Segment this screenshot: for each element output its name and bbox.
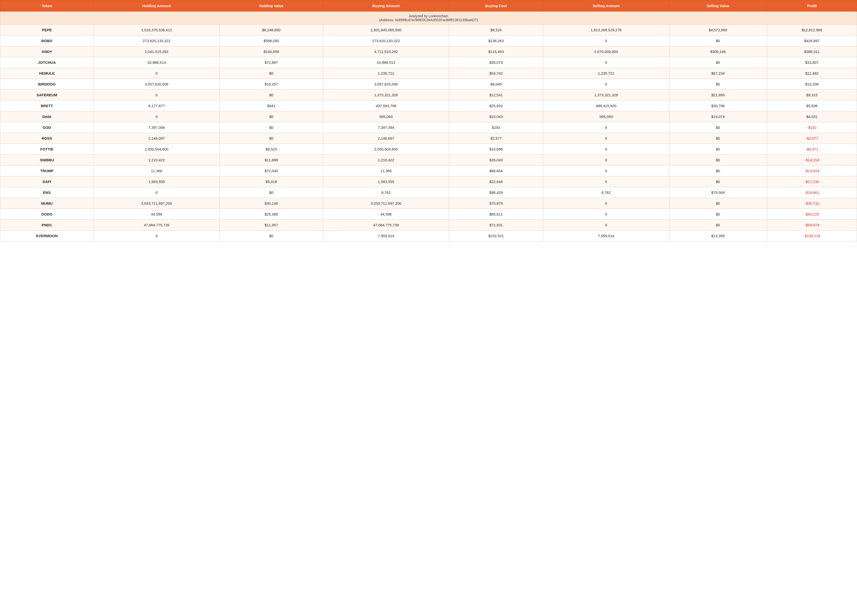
cell-token: HEMULE xyxy=(0,68,94,79)
cell-buying-amount: 273,620,133,322 xyxy=(323,36,449,46)
cell-buying-amount: 1,235,721 xyxy=(323,68,449,79)
cell-selling-amount: 0 xyxy=(543,166,669,176)
table-row: JOTCHUA 10,988,513 $72,887 10,988,513 $3… xyxy=(0,57,857,68)
cell-token: BRETT xyxy=(0,101,94,111)
cell-buying-amount: 3,033,711,697,200 xyxy=(323,198,449,209)
cell-buying-cost: $138,263 xyxy=(449,36,543,46)
cell-selling-value: $30,796 xyxy=(669,101,767,111)
cell-selling-amount: 0 xyxy=(543,79,669,90)
col-token: Token xyxy=(0,0,94,12)
col-selling-value: Selling Value xyxy=(669,0,767,12)
cell-buying-amount: 4,711,519,292 xyxy=(323,46,449,57)
cell-holding-amount: 8,177,877 xyxy=(94,101,220,111)
cell-holding-amount: 3,057,620,006 xyxy=(94,79,220,90)
cell-selling-amount: 0 xyxy=(543,133,669,144)
cell-holding-amount: 3,033,711,697,200 xyxy=(94,198,220,209)
cell-selling-amount: 1,235,721 xyxy=(543,68,669,79)
table-row: TRUMP 11,366 $72,040 11,366 $86,664 0 $0… xyxy=(0,166,857,176)
cell-buying-amount: 47,084,775,739 xyxy=(323,220,449,231)
table-row: BIRDDOG 3,057,620,006 $18,257 3,057,620,… xyxy=(0,79,857,90)
cell-holding-value: $0 xyxy=(220,133,323,144)
cell-buying-amount: 11,366 xyxy=(323,166,449,176)
cell-token: BIRDDOG xyxy=(0,79,94,90)
cell-profit: $12,492 xyxy=(767,68,857,79)
cell-holding-value: $0 xyxy=(220,231,323,241)
cell-selling-value: $0 xyxy=(669,144,767,155)
main-table: Token Holding Amount Holding Value Buyin… xyxy=(0,0,857,241)
cell-selling-amount: 995,093 xyxy=(543,111,669,122)
cell-buying-cost: $71,931 xyxy=(449,220,543,231)
table-row: FOTTIE 2,050,504,600 $8,525 2,050,504,60… xyxy=(0,144,857,155)
cell-holding-amount: 1,018,376,536,412 xyxy=(94,25,220,36)
cell-selling-value: $0 xyxy=(669,220,767,231)
cell-selling-amount: 0 xyxy=(543,36,669,46)
cell-buying-amount: 1,373,321,328 xyxy=(323,90,449,101)
cell-buying-amount: 2,050,504,600 xyxy=(323,144,449,155)
cell-buying-cost: $65,611 xyxy=(449,209,543,220)
cell-holding-value: $641 xyxy=(220,101,323,111)
cell-token: MUMU xyxy=(0,198,94,209)
table-row: ANDY 2,041,519,292 $194,658 4,711,519,29… xyxy=(0,46,857,57)
cell-buying-cost: $98,429 xyxy=(449,187,543,198)
cell-selling-amount: 0 xyxy=(543,144,669,155)
cell-buying-cost: $15,043 xyxy=(449,111,543,122)
cell-profit: -$18,861 xyxy=(767,187,857,198)
cell-buying-cost: $12,541 xyxy=(449,90,543,101)
cell-selling-amount: 0 xyxy=(543,220,669,231)
cell-holding-amount: 44,596 xyxy=(94,209,220,220)
col-holding-value: Holding Value xyxy=(220,0,323,12)
cell-buying-cost: $26,043 xyxy=(449,155,543,166)
cell-buying-amount: 2,831,645,065,690 xyxy=(323,25,449,36)
cell-holding-amount: 273,620,133,322 xyxy=(94,36,220,46)
cell-buying-cost: $14,896 xyxy=(449,144,543,155)
table-row: ROSS 2,146,097 $0 2,146,097 $2,577 0 $0 … xyxy=(0,133,857,144)
cell-buying-cost: $39,079 xyxy=(449,57,543,68)
cell-holding-amount: 2,050,504,600 xyxy=(94,144,220,155)
cell-profit: $33,807 xyxy=(767,57,857,68)
cell-selling-amount: 1,373,321,328 xyxy=(543,90,669,101)
col-selling-amount: Selling Amount xyxy=(543,0,669,12)
col-holding-amount: Holding Amount xyxy=(94,0,220,12)
cell-holding-value: $0 xyxy=(220,68,323,79)
cell-selling-value: $309,146 xyxy=(669,46,767,57)
cell-profit: $429,997 xyxy=(767,36,857,46)
cell-buying-cost: $2,577 xyxy=(449,133,543,144)
cell-holding-amount: 7,397,394 xyxy=(94,122,220,133)
cell-buying-amount: 3,057,620,006 xyxy=(323,79,449,90)
header-row: Token Holding Amount Holding Value Buyin… xyxy=(0,0,857,12)
cell-selling-amount: 0 xyxy=(543,198,669,209)
cell-buying-amount: 44,596 xyxy=(323,209,449,220)
cell-holding-amount: 0 xyxy=(94,187,220,198)
analyzed-cell: Analyzed by Lookonchain (Address: 0x8589… xyxy=(0,12,857,25)
cell-selling-value: $0 xyxy=(669,122,767,133)
cell-holding-value: $11,957 xyxy=(220,220,323,231)
cell-holding-value: $18,257 xyxy=(220,79,323,90)
cell-holding-value: $0 xyxy=(220,122,323,133)
cell-selling-amount: 0 xyxy=(543,209,669,220)
cell-selling-value: $19,074 xyxy=(669,111,767,122)
cell-token: FOTTIE xyxy=(0,144,94,155)
cell-selling-amount: 2,670,000,000 xyxy=(543,46,669,57)
cell-buying-cost: $115,493 xyxy=(449,46,543,57)
cell-holding-value: $194,658 xyxy=(220,46,323,57)
cell-holding-amount: 1,583,555 xyxy=(94,176,220,187)
cell-token: JOTCHUA xyxy=(0,57,94,68)
cell-selling-value: $13,395 xyxy=(669,231,767,241)
cell-holding-amount: 0 xyxy=(94,111,220,122)
table-row: BOBO 273,620,133,322 $568,260 273,620,13… xyxy=(0,36,857,46)
cell-holding-value: $568,260 xyxy=(220,36,323,46)
cell-profit: -$35,731 xyxy=(767,198,857,209)
cell-holding-amount: 2,041,519,292 xyxy=(94,46,220,57)
cell-buying-amount: 497,593,798 xyxy=(323,101,449,111)
cell-buying-cost: $8,049 xyxy=(449,79,543,90)
cell-buying-cost: $8,524 xyxy=(449,25,543,36)
cell-selling-value: $79,569 xyxy=(669,187,767,198)
table-row: DAFI 1,583,555 $5,418 1,583,555 $22,648 … xyxy=(0,176,857,187)
cell-token: PNDC xyxy=(0,220,94,231)
table-row: HEMULE 0 $0 1,235,721 $54,742 1,235,721 … xyxy=(0,68,857,79)
table-row: SNIBBU 1,210,422 $11,889 1,210,422 $26,0… xyxy=(0,155,857,166)
cell-token: SAFEREUM xyxy=(0,90,94,101)
cell-profit: $5,836 xyxy=(767,101,857,111)
cell-holding-amount: 47,084,775,739 xyxy=(94,220,220,231)
cell-token: BOBO xyxy=(0,36,94,46)
